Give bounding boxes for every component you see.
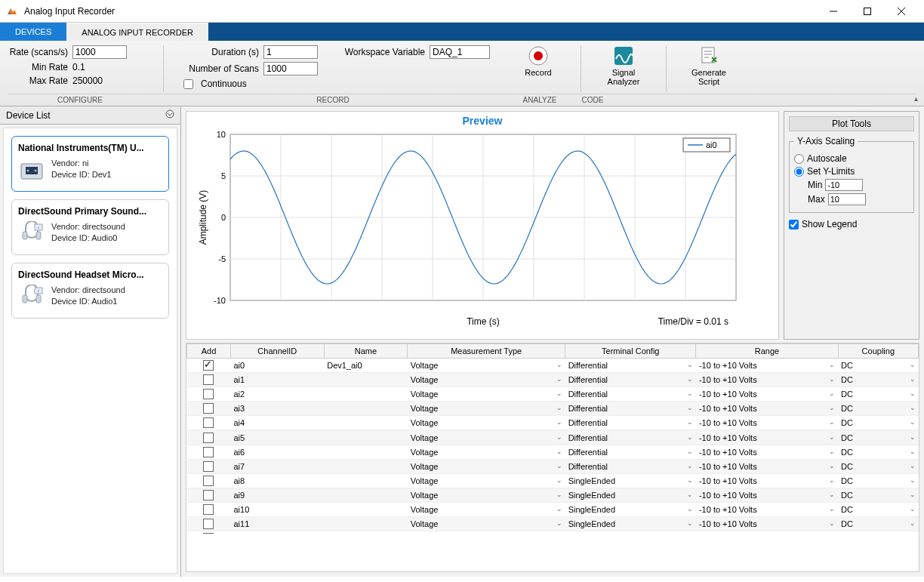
table-header[interactable]: Measurement Type: [408, 344, 565, 359]
coupling-cell[interactable]: DC⌄: [838, 416, 918, 430]
generate-script-button[interactable]: Generate Script: [686, 45, 732, 92]
coupling-cell[interactable]: DC⌄: [838, 387, 918, 402]
table-header[interactable]: ChannelID: [230, 344, 324, 359]
range-cell[interactable]: -10 to +10 Volts⌄: [696, 359, 838, 373]
coupling-cell[interactable]: DC⌄: [838, 373, 918, 387]
continuous-checkbox[interactable]: [183, 79, 193, 89]
name-cell[interactable]: [324, 430, 408, 445]
coupling-cell[interactable]: DC⌄: [838, 517, 918, 531]
range-cell[interactable]: -10 to +10 Volts⌄: [696, 488, 838, 502]
close-button[interactable]: [884, 1, 918, 22]
terminal-cell[interactable]: Differential⌄: [565, 459, 696, 473]
table-row[interactable]: ai9Voltage⌄SingleEnded⌄-10 to +10 Volts⌄…: [187, 488, 919, 502]
ymax-input[interactable]: [828, 193, 866, 205]
ymin-input[interactable]: [825, 179, 863, 191]
name-cell[interactable]: [324, 445, 408, 459]
table-row[interactable]: ai10Voltage⌄SingleEnded⌄-10 to +10 Volts…: [187, 502, 919, 516]
terminal-cell[interactable]: Differential⌄: [565, 373, 696, 387]
tab-recorder[interactable]: ANALOG INPUT RECORDER: [66, 23, 208, 41]
table-row[interactable]: ai1Voltage⌄Differential⌄-10 to +10 Volts…: [187, 373, 919, 387]
sidebar-menu-icon[interactable]: [165, 109, 174, 121]
name-cell[interactable]: Dev1_ai0: [324, 359, 408, 373]
terminal-cell[interactable]: SingleEnded⌄: [565, 517, 696, 531]
table-row[interactable]: ai6Voltage⌄Differential⌄-10 to +10 Volts…: [187, 445, 919, 459]
terminal-cell[interactable]: Differential⌄: [565, 402, 696, 416]
collapse-toolstrip-icon[interactable]: ▴: [914, 94, 918, 103]
name-cell[interactable]: [324, 531, 408, 534]
measurement-cell[interactable]: Voltage⌄: [408, 531, 565, 534]
range-cell[interactable]: -10 to +10 Volts⌄: [696, 430, 838, 445]
measurement-cell[interactable]: Voltage⌄: [408, 488, 565, 502]
record-button[interactable]: Record: [516, 45, 561, 92]
coupling-cell[interactable]: DC⌄: [838, 531, 918, 534]
table-header[interactable]: Name: [324, 344, 408, 359]
table-header[interactable]: Coupling: [838, 344, 918, 359]
name-cell[interactable]: [324, 473, 408, 488]
minimize-button[interactable]: [816, 1, 850, 22]
coupling-cell[interactable]: DC⌄: [838, 445, 918, 459]
name-cell[interactable]: [324, 402, 408, 416]
range-cell[interactable]: -10 to +10 Volts⌄: [696, 502, 838, 516]
range-cell[interactable]: -10 to +10 Volts⌄: [696, 517, 838, 531]
nscans-input[interactable]: [263, 62, 318, 75]
coupling-cell[interactable]: DC⌄: [838, 430, 918, 445]
terminal-cell[interactable]: Differential⌄: [565, 445, 696, 459]
table-row[interactable]: ai5Voltage⌄Differential⌄-10 to +10 Volts…: [187, 430, 919, 445]
range-cell[interactable]: -10 to +10 Volts⌄: [696, 373, 838, 387]
add-checkbox[interactable]: [203, 403, 214, 414]
range-cell[interactable]: -10 to +10 Volts⌄: [696, 531, 838, 534]
range-cell[interactable]: -10 to +10 Volts⌄: [696, 473, 838, 488]
measurement-cell[interactable]: Voltage⌄: [408, 473, 565, 488]
table-header[interactable]: Add: [187, 344, 231, 359]
add-checkbox[interactable]: [203, 447, 214, 457]
add-checkbox[interactable]: [203, 533, 214, 534]
add-checkbox[interactable]: [203, 389, 214, 399]
terminal-cell[interactable]: SingleEnded⌄: [565, 502, 696, 516]
name-cell[interactable]: [324, 416, 408, 430]
coupling-cell[interactable]: DC⌄: [838, 488, 918, 502]
table-row[interactable]: ai4Voltage⌄Differential⌄-10 to +10 Volts…: [187, 416, 919, 430]
table-header[interactable]: Terminal Config: [565, 344, 696, 359]
coupling-cell[interactable]: DC⌄: [838, 459, 918, 473]
wsvar-input[interactable]: [430, 45, 490, 59]
add-checkbox[interactable]: [203, 433, 214, 443]
tab-devices[interactable]: DEVICES: [0, 23, 66, 41]
table-row[interactable]: ai3Voltage⌄Differential⌄-10 to +10 Volts…: [187, 402, 919, 416]
table-row[interactable]: ai7Voltage⌄Differential⌄-10 to +10 Volts…: [187, 459, 919, 473]
measurement-cell[interactable]: Voltage⌄: [408, 502, 565, 516]
terminal-cell[interactable]: SingleEnded⌄: [565, 531, 696, 534]
set-ylimits-radio[interactable]: [794, 167, 804, 177]
terminal-cell[interactable]: Differential⌄: [565, 359, 696, 373]
name-cell[interactable]: [324, 373, 408, 387]
terminal-cell[interactable]: SingleEnded⌄: [565, 488, 696, 502]
table-row[interactable]: ai12Voltage⌄SingleEnded⌄-10 to +10 Volts…: [187, 531, 919, 534]
name-cell[interactable]: [324, 517, 408, 531]
show-legend-checkbox[interactable]: [789, 220, 799, 229]
add-checkbox[interactable]: [203, 360, 214, 371]
coupling-cell[interactable]: DC⌄: [838, 473, 918, 488]
range-cell[interactable]: -10 to +10 Volts⌄: [696, 402, 838, 416]
coupling-cell[interactable]: DC⌄: [838, 502, 918, 516]
measurement-cell[interactable]: Voltage⌄: [408, 402, 565, 416]
coupling-cell[interactable]: DC⌄: [838, 359, 918, 373]
measurement-cell[interactable]: Voltage⌄: [408, 416, 565, 430]
range-cell[interactable]: -10 to +10 Volts⌄: [696, 416, 838, 430]
measurement-cell[interactable]: Voltage⌄: [408, 445, 565, 459]
device-card[interactable]: DirectSound Headset Micro...♪Vendor: dir…: [11, 263, 169, 319]
add-checkbox[interactable]: [203, 504, 214, 515]
table-row[interactable]: ai0Dev1_ai0Voltage⌄Differential⌄-10 to +…: [187, 359, 919, 373]
autoscale-radio[interactable]: [794, 154, 804, 164]
measurement-cell[interactable]: Voltage⌄: [408, 359, 565, 373]
range-cell[interactable]: -10 to +10 Volts⌄: [696, 459, 838, 473]
add-checkbox[interactable]: [203, 417, 214, 428]
terminal-cell[interactable]: Differential⌄: [565, 430, 696, 445]
range-cell[interactable]: -10 to +10 Volts⌄: [696, 387, 838, 402]
measurement-cell[interactable]: Voltage⌄: [408, 373, 565, 387]
table-row[interactable]: ai2Voltage⌄Differential⌄-10 to +10 Volts…: [187, 387, 919, 402]
rate-input[interactable]: [72, 45, 127, 59]
name-cell[interactable]: [324, 488, 408, 502]
terminal-cell[interactable]: Differential⌄: [565, 416, 696, 430]
add-checkbox[interactable]: [203, 519, 214, 529]
maximize-button[interactable]: [850, 1, 884, 22]
name-cell[interactable]: [324, 387, 408, 402]
